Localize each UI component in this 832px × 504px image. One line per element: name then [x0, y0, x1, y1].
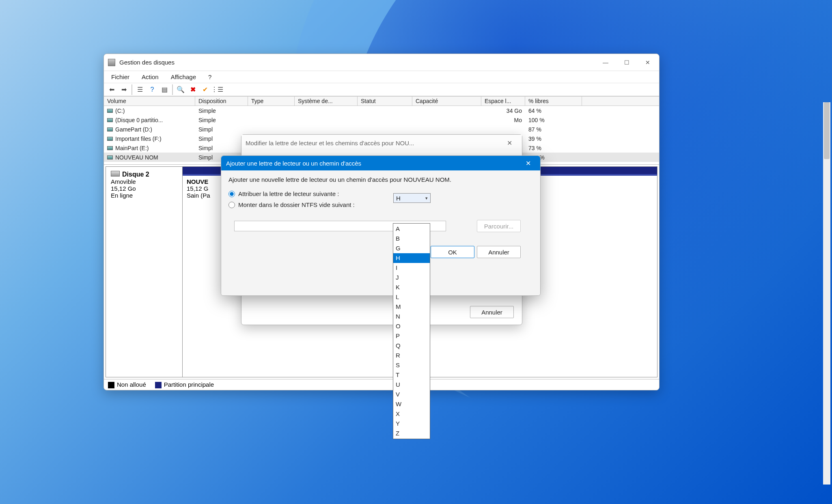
- mount-folder-label: Monter dans le dossier NTFS vide suivant…: [238, 201, 355, 208]
- col-pctfree[interactable]: % libres: [525, 97, 582, 106]
- drive-letter-option[interactable]: H: [393, 253, 430, 263]
- cancel-button[interactable]: Annuler: [470, 306, 514, 318]
- app-icon: [108, 59, 115, 66]
- legend-unallocated-swatch: [108, 382, 114, 388]
- table-row[interactable]: GamePart (D:)Simpl87 %: [104, 125, 659, 134]
- drive-letter-option[interactable]: P: [393, 331, 430, 341]
- drive-letter-option[interactable]: R: [393, 351, 430, 360]
- legend: Non alloué Partition principale: [104, 379, 659, 390]
- disk-label[interactable]: Disque 2 Amovible 15,12 Go En ligne: [106, 166, 183, 377]
- drive-letter-option[interactable]: Q: [393, 341, 430, 351]
- drive-icon: [107, 155, 113, 159]
- legend-unallocated-label: Non alloué: [117, 381, 146, 388]
- col-disposition[interactable]: Disposition: [195, 97, 248, 106]
- drive-icon: [107, 127, 113, 131]
- drive-letter-value: H: [396, 195, 401, 202]
- col-volume[interactable]: Volume: [104, 97, 195, 106]
- properties-button[interactable]: ⋮☰: [212, 84, 222, 95]
- window-title: Gestion des disques: [119, 59, 595, 66]
- table-row[interactable]: (Disque 0 partitio...SimpleMo100 %: [104, 115, 659, 125]
- drive-letter-option[interactable]: T: [393, 370, 430, 380]
- dialog-subtitle: Ajouter une nouvelle lettre de lecteur o…: [228, 176, 533, 183]
- legend-primary-swatch: [155, 382, 162, 388]
- menu-view[interactable]: Affichage: [169, 73, 198, 81]
- menu-file[interactable]: Fichier: [110, 73, 131, 81]
- dialog-titlebar: Ajouter une lettre de lecteur ou un chem…: [221, 156, 540, 170]
- toolbar: ⬅ ➡ ☰ ? ▤ 🔍 ✖ ✔ ⋮☰: [104, 83, 659, 96]
- separator: [131, 84, 132, 95]
- forward-button[interactable]: ➡: [119, 84, 129, 95]
- disk-status: En ligne: [111, 192, 177, 199]
- add-letter-dialog: Ajouter une lettre de lecteur ou un chem…: [221, 155, 541, 296]
- disk-icon: [111, 171, 120, 177]
- drive-letter-option[interactable]: S: [393, 360, 430, 370]
- drive-letter-option[interactable]: O: [393, 321, 430, 331]
- disk-removable: Amovible: [111, 178, 177, 185]
- mount-folder-radio[interactable]: [228, 202, 235, 208]
- legend-primary-label: Partition principale: [164, 381, 214, 388]
- close-icon[interactable]: ✕: [501, 136, 518, 150]
- ok-button[interactable]: OK: [431, 246, 474, 258]
- drive-letter-option[interactable]: L: [393, 292, 430, 302]
- scrollbar-thumb[interactable]: [824, 102, 830, 159]
- assign-letter-radio[interactable]: [228, 191, 235, 197]
- dialog-title: Ajouter une lettre de lecteur ou un chem…: [226, 160, 361, 167]
- drive-letter-option[interactable]: M: [393, 302, 430, 312]
- col-capacity[interactable]: Capacité: [412, 97, 481, 106]
- disk-size: 15,12 Go: [111, 185, 177, 192]
- drive-letter-option[interactable]: X: [393, 409, 430, 419]
- col-type[interactable]: Type: [248, 97, 295, 106]
- assign-letter-label: Attribuer la lettre de lecteur suivante …: [238, 190, 339, 197]
- disk-name: Disque 2: [122, 171, 149, 178]
- dialog-title: Modifier la lettre de lecteur et les che…: [246, 140, 414, 146]
- check-button[interactable]: ✔: [200, 84, 210, 95]
- dialog-titlebar: Modifier la lettre de lecteur et les che…: [241, 135, 522, 151]
- browse-button[interactable]: Parcourir...: [477, 220, 521, 232]
- drive-letter-option[interactable]: W: [393, 399, 430, 409]
- vertical-scrollbar[interactable]: [823, 102, 830, 485]
- drive-letter-option[interactable]: V: [393, 390, 430, 399]
- menu-action[interactable]: Action: [140, 73, 160, 81]
- drive-letter-option[interactable]: Z: [393, 429, 430, 438]
- drive-icon: [107, 109, 113, 113]
- maximize-button[interactable]: ☐: [616, 54, 637, 71]
- drive-letter-option[interactable]: U: [393, 380, 430, 390]
- drive-letter-option[interactable]: A: [393, 224, 430, 234]
- drive-icon: [107, 137, 113, 141]
- drive-letter-dropdown: ABGHIJKLMNOPQRSTUVWXYZ: [393, 223, 430, 439]
- drive-letter-option[interactable]: K: [393, 282, 430, 292]
- drive-letter-option[interactable]: J: [393, 273, 430, 282]
- col-freespace[interactable]: Espace l...: [481, 97, 525, 106]
- view-detail-button[interactable]: ▤: [159, 84, 170, 95]
- close-button[interactable]: ✕: [637, 54, 658, 71]
- table-row[interactable]: (C:)Simple34 Go64 %: [104, 106, 659, 115]
- close-icon[interactable]: ✕: [521, 156, 535, 170]
- separator: [172, 84, 173, 95]
- menubar: Fichier Action Affichage ?: [104, 71, 659, 83]
- minimize-button[interactable]: —: [595, 54, 616, 71]
- delete-button[interactable]: ✖: [188, 84, 198, 95]
- cancel-button[interactable]: Annuler: [477, 246, 521, 258]
- drive-letter-option[interactable]: G: [393, 243, 430, 253]
- col-filesystem[interactable]: Système de...: [295, 97, 358, 106]
- menu-help[interactable]: ?: [207, 73, 213, 81]
- titlebar: Gestion des disques — ☐ ✕: [104, 54, 659, 71]
- drive-letter-option[interactable]: I: [393, 263, 430, 273]
- refresh-button[interactable]: 🔍: [175, 84, 186, 95]
- back-button[interactable]: ⬅: [106, 84, 117, 95]
- drive-letter-option[interactable]: Y: [393, 419, 430, 429]
- drive-letter-option[interactable]: N: [393, 312, 430, 321]
- view-list-button[interactable]: ☰: [135, 84, 145, 95]
- drive-icon: [107, 118, 113, 122]
- drive-letter-combo[interactable]: H: [393, 193, 431, 203]
- volume-table-header: Volume Disposition Type Système de... St…: [104, 96, 659, 106]
- drive-icon: [107, 146, 113, 150]
- help-button[interactable]: ?: [147, 84, 157, 95]
- drive-letter-option[interactable]: B: [393, 234, 430, 243]
- col-status[interactable]: Statut: [358, 97, 412, 106]
